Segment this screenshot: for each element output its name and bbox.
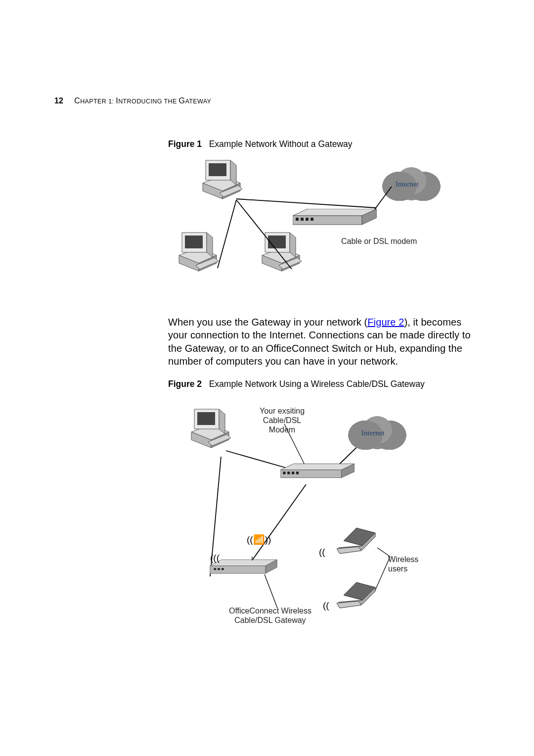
svg-rect-48 [222, 568, 224, 570]
cables [178, 158, 455, 302]
internet-label: Internet [361, 429, 385, 437]
svg-marker-52 [344, 582, 375, 600]
figure-1-title: Example Network Without a Gateway [209, 139, 353, 149]
figure-1-diagram: Internet Cable or DSL modem [178, 158, 455, 302]
router-label: OfficeConnect Wireless Cable/DSL Gateway [229, 606, 312, 625]
svg-marker-49 [344, 528, 375, 546]
laptop-icon [337, 579, 378, 611]
svg-rect-47 [218, 568, 220, 570]
wifi-icon: ((( [210, 553, 220, 564]
svg-rect-46 [214, 568, 217, 570]
page-number: 12 [54, 96, 63, 105]
figure-2-link[interactable]: Figure 2 [367, 317, 404, 328]
cloud-icon: Internet [348, 416, 407, 451]
modem-label: Cable or DSL modem [341, 236, 417, 246]
wifi-icon: ((📶)) [247, 534, 271, 545]
laptop-icon [337, 525, 378, 557]
modem-icon [280, 463, 355, 482]
svg-rect-40 [292, 472, 294, 474]
workstation-icon [188, 407, 232, 456]
svg-rect-39 [287, 472, 290, 474]
body-paragraph: When you use the Gateway in your network… [168, 316, 480, 368]
figure-2-caption: Figure 2 Example Network Using a Wireles… [168, 379, 480, 389]
svg-rect-38 [283, 472, 285, 474]
figure-2-label: Figure 2 [168, 379, 202, 389]
existing-modem-label: Your exsiting Cable/DSL Modem [260, 406, 305, 435]
figure-2-title: Example Network Using a Wireless Cable/D… [209, 379, 425, 389]
wireless-users-label: Wireless users [388, 555, 418, 573]
svg-marker-31 [197, 412, 215, 425]
wifi-icon: (( [319, 547, 325, 558]
page-header: 12 CHAPTER 1: INTRODUCING THE GATEWAY [54, 96, 480, 105]
figure-1-label: Figure 1 [168, 139, 202, 149]
chapter-title: CHAPTER 1: INTRODUCING THE GATEWAY [74, 96, 211, 105]
wifi-icon: (( [323, 600, 329, 611]
figure-1-caption: Figure 1 Example Network Without a Gatew… [168, 139, 480, 149]
svg-rect-41 [296, 472, 299, 474]
figure-2-diagram: Your exsiting Cable/DSL Modem Internet [180, 398, 457, 631]
